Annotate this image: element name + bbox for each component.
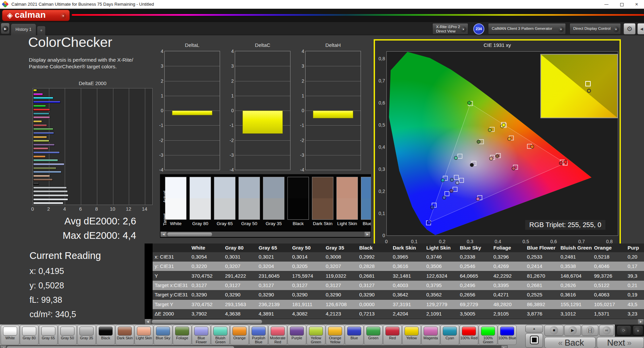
pattern-swatch-magenta[interactable]: Magenta (421, 325, 440, 345)
pattern-generator-dropdown[interactable]: CalMAN Client 3 Pattern Generator ▼ (488, 23, 566, 34)
maximize-button[interactable] (614, 0, 629, 9)
table-cell: 4,3082 (290, 309, 324, 319)
axis-tick-label: 0 (296, 108, 304, 113)
deltae2000-chart (33, 88, 153, 205)
pattern-swatch-cyan[interactable]: Cyan (440, 325, 459, 345)
compare-chip-target (190, 198, 211, 219)
scroll-left-icon[interactable]: ◀ (0, 346, 6, 348)
minimize-icon: — (604, 2, 608, 7)
pattern-swatch-100-blue[interactable]: 100% Blue (498, 325, 517, 345)
pattern-swatch-blue-sky[interactable]: Blue Sky (154, 325, 172, 345)
measured-marker-white (470, 163, 474, 166)
gridline (306, 140, 361, 141)
pattern-swatch-100-green[interactable]: 100% Green (479, 325, 497, 345)
deltae-bar-light-skin (33, 175, 50, 177)
tab-history-1[interactable]: History 1 (11, 23, 36, 35)
pattern-swatch-orange-yellow[interactable]: Orange Yellow (326, 325, 344, 345)
close-button[interactable]: ✕ (629, 0, 644, 9)
table-cell: 181,9111 (290, 300, 324, 309)
add-tab-button[interactable]: + (37, 26, 46, 35)
table-cell: 3,7902 (190, 309, 223, 319)
deltae-bar-purplish-blue (33, 151, 60, 154)
settings-button[interactable]: ⚙ (624, 23, 636, 34)
swatch-scrollbar[interactable]: ◀ ▶ (0, 345, 507, 348)
pattern-swatch-moderate-red[interactable]: Moderate Red (268, 325, 287, 345)
pattern-swatch-green[interactable]: Green (364, 325, 383, 345)
gridline (129, 88, 129, 205)
swatch-scrollbar-thumb[interactable] (6, 346, 234, 348)
pattern-swatch-foliage[interactable]: Foliage (173, 325, 192, 345)
table-row: Target x:CIE310,31270,31270,31270,31270,… (153, 281, 644, 290)
refresh-button[interactable]: ⟳ (616, 325, 631, 336)
pattern-swatch-yellow-green[interactable]: Yellow Green (307, 325, 325, 345)
axis-tick-label: 1 (225, 93, 234, 98)
axis-tick-label: 0,6 (376, 100, 385, 106)
actual-vs-target-strip: Actual Target WhiteGray 80Gray 65Gray 50… (160, 174, 371, 238)
compare-scrollbar[interactable]: ◀ ▶ (160, 231, 371, 237)
axis-tick-label: 1 (155, 93, 163, 98)
next-button[interactable]: Next» (597, 337, 644, 348)
pattern-swatch-red[interactable]: Red (383, 325, 402, 345)
minimize-button[interactable]: — (599, 0, 614, 9)
pattern-swatch-gray-80[interactable]: Gray 80 (20, 325, 39, 345)
compare-scrollbar-thumb[interactable] (167, 232, 212, 236)
pattern-swatch-white[interactable]: White (1, 325, 19, 345)
meter-count-badge[interactable]: 234 (473, 23, 484, 34)
row-label: Y (153, 271, 190, 281)
pattern-swatch-blue[interactable]: Blue (345, 325, 364, 345)
swatch-label: Gray 80 (20, 336, 38, 340)
table-cell: 81,2670 (525, 271, 558, 281)
compare-chip-actual (190, 177, 211, 198)
scroll-right-icon[interactable]: ▶ (501, 346, 507, 348)
stop-button[interactable]: ■ (544, 325, 564, 336)
pattern-swatch-yellow[interactable]: Yellow (402, 325, 421, 345)
table-cell: 2,9105 (491, 309, 525, 319)
pattern-swatch-gray-50[interactable]: Gray 50 (58, 325, 77, 345)
scroll-right-icon[interactable]: ▶ (365, 232, 370, 237)
compare-chip-target (361, 198, 371, 219)
pattern-swatch-gray-65[interactable]: Gray 65 (39, 325, 58, 345)
meter-dropdown[interactable]: X-Rite i1Pro 2Direct View ▼ (432, 23, 468, 34)
record-button[interactable]: ● (633, 325, 643, 336)
table-scrollbar[interactable]: ◀ ▶ (145, 319, 644, 325)
calman-menu-button[interactable]: ◈ calman ▼ (2, 10, 70, 21)
panel-toggle-button[interactable]: ▶ (1, 23, 10, 34)
table-cell: 0,5218 (592, 252, 626, 262)
pattern-swatch-blue-flower[interactable]: Blue Flower (192, 325, 211, 345)
pattern-swatch-100-red[interactable]: 100% Red (460, 325, 478, 345)
table-cell: 4,3638 (223, 309, 257, 319)
table-cell: 0,7213 (357, 309, 391, 319)
pattern-swatch-bluish-green[interactable]: Bluish Green (211, 325, 230, 345)
pattern-generator-status-stripe (489, 24, 490, 34)
table-cell: 37,3191 (391, 300, 424, 309)
expand-patterns-button[interactable]: ▲ (525, 325, 543, 333)
pattern-window-button[interactable] (525, 333, 543, 348)
scroll-right-icon[interactable]: ▶ (638, 319, 644, 324)
scroll-left-icon[interactable]: ◀ (145, 319, 151, 324)
table-row: ΔE 20003,79024,36384,38914,30824,21230,7… (153, 309, 644, 319)
pattern-swatch-gray-35[interactable]: Gray 35 (77, 325, 96, 345)
display-control-status-stripe (570, 24, 572, 34)
interval-read-button[interactable]: [-] (582, 325, 598, 336)
deltae-bar-purple (33, 144, 55, 146)
pattern-swatch-dark-skin[interactable]: Dark Skin (115, 325, 134, 345)
scroll-left-icon[interactable]: ◀ (161, 232, 166, 237)
table-cell: 0,2533 (525, 252, 558, 262)
table-cell: 0,3562 (424, 290, 458, 299)
pattern-swatch-black[interactable]: Black (96, 325, 115, 345)
pattern-swatch-orange[interactable]: Orange (230, 325, 249, 345)
table-cell: 122,6324 (424, 271, 458, 281)
continuous-read-button[interactable]: ∞ (599, 325, 614, 336)
pattern-swatch-light-skin[interactable]: Light Skin (135, 325, 153, 345)
display-control-dropdown[interactable]: Direct Display Control ▼ (570, 23, 621, 34)
play-button[interactable]: ▶ (564, 325, 581, 336)
gridline (235, 81, 290, 81)
table-scrollbar-thumb[interactable] (152, 320, 262, 324)
collapse-panel-button[interactable]: ◀ (637, 23, 644, 34)
back-button[interactable]: «Back (544, 337, 596, 348)
pattern-swatch-purple[interactable]: Purple (287, 325, 306, 345)
swatch-color-chip (328, 327, 342, 336)
compare-chip-actual (288, 177, 309, 198)
pattern-swatch-purplish-blue[interactable]: Purplish Blue (249, 325, 268, 345)
table-cell: 119,0322 (324, 271, 357, 281)
